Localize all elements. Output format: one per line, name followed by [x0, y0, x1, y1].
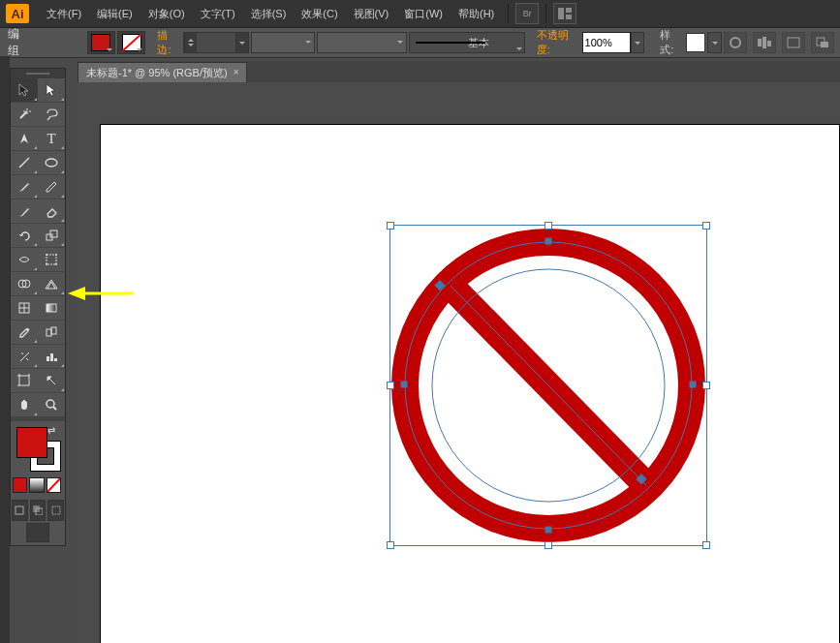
mesh-tool[interactable] — [11, 296, 38, 321]
menu-effect[interactable]: 效果(C) — [294, 0, 345, 27]
resize-handle-s[interactable] — [544, 541, 552, 549]
svg-rect-5 — [758, 39, 762, 46]
menu-file[interactable]: 文件(F) — [39, 0, 89, 27]
artboard-tool[interactable] — [11, 369, 38, 393]
svg-rect-33 — [16, 506, 23, 514]
graphic-style-swatch[interactable] — [686, 33, 705, 52]
stroke-swatch-dropdown[interactable] — [117, 31, 145, 54]
separator — [508, 4, 509, 23]
symbol-sprayer-tool[interactable] — [11, 345, 38, 369]
width-tool[interactable] — [11, 248, 38, 272]
swap-fill-stroke-icon[interactable]: ⇄ — [47, 425, 59, 437]
brush-tool[interactable] — [11, 175, 38, 199]
prohibition-sign-artwork[interactable] — [390, 226, 706, 545]
svg-rect-7 — [767, 41, 771, 46]
color-mode-solid[interactable] — [13, 477, 27, 493]
shape-builder-tool[interactable] — [11, 272, 38, 296]
menu-select[interactable]: 选择(S) — [243, 0, 295, 27]
type-tool[interactable]: T — [38, 127, 65, 151]
bridge-icon[interactable]: Br — [515, 3, 539, 24]
opacity-dropdown[interactable] — [631, 32, 645, 53]
stroke-weight-combo[interactable] — [183, 32, 249, 53]
panel-dock-edge — [0, 56, 10, 643]
canvas-stage[interactable] — [78, 82, 840, 643]
graphic-style-dropdown[interactable] — [707, 32, 722, 53]
brush-definition[interactable] — [317, 32, 407, 53]
resize-handle-nw[interactable] — [387, 222, 394, 230]
menu-object[interactable]: 对象(O) — [140, 0, 193, 27]
variable-width-profile[interactable] — [251, 32, 315, 53]
color-mode-gradient[interactable] — [29, 477, 44, 493]
document-tabs: 未标题-1* @ 95% (RGB/预览) × — [78, 61, 840, 82]
zoom-tool[interactable] — [38, 393, 65, 417]
resize-handle-sw[interactable] — [387, 541, 394, 549]
line-tool[interactable] — [11, 151, 38, 175]
svg-line-32 — [47, 478, 60, 492]
menu-type[interactable]: 文字(T) — [193, 0, 243, 27]
svg-rect-22 — [19, 303, 29, 313]
free-transform-tool[interactable] — [38, 248, 65, 272]
palette-grip[interactable] — [11, 69, 65, 78]
recolor-artwork-icon[interactable] — [724, 32, 747, 53]
svg-rect-10 — [821, 42, 828, 47]
direct-selection-tool[interactable] — [38, 78, 65, 103]
svg-point-16 — [46, 254, 47, 256]
menu-window[interactable]: 窗口(W) — [396, 0, 451, 27]
svg-point-20 — [18, 280, 26, 288]
draw-inside-icon[interactable] — [47, 500, 64, 521]
fill-indicator[interactable] — [16, 427, 47, 458]
blend-tool[interactable] — [38, 321, 65, 345]
stroke-style-combo[interactable]: 基本 — [409, 32, 525, 53]
menu-view[interactable]: 视图(V) — [346, 0, 397, 27]
scale-tool[interactable] — [38, 224, 65, 248]
hand-tool[interactable] — [11, 393, 38, 417]
perspective-grid-tool[interactable] — [38, 272, 65, 296]
stroke-weight-field[interactable] — [197, 37, 235, 48]
svg-rect-44 — [401, 382, 407, 387]
arrange-documents-icon[interactable] — [553, 3, 576, 24]
blob-brush-tool[interactable] — [11, 199, 38, 224]
pen-tool[interactable] — [11, 127, 38, 151]
opacity-field[interactable] — [582, 32, 631, 53]
svg-rect-6 — [762, 37, 766, 48]
align-panel-icon[interactable] — [753, 32, 776, 53]
eraser-tool[interactable] — [38, 199, 65, 224]
selection-bounding-box[interactable] — [389, 225, 707, 546]
resize-handle-ne[interactable] — [702, 222, 710, 230]
svg-rect-25 — [51, 327, 56, 334]
stroke-label: 描边: — [157, 28, 179, 57]
selection-tool[interactable] — [11, 78, 38, 103]
pencil-tool[interactable] — [38, 175, 65, 199]
svg-rect-36 — [52, 506, 60, 514]
draw-normal-icon[interactable] — [12, 500, 28, 521]
menu-help[interactable]: 帮助(H) — [451, 0, 502, 27]
close-tab-icon[interactable]: × — [233, 63, 239, 82]
magic-wand-tool[interactable] — [11, 103, 38, 127]
menu-edit[interactable]: 编辑(E) — [89, 0, 140, 27]
svg-rect-2 — [566, 15, 572, 19]
slice-tool[interactable] — [38, 369, 65, 393]
resize-handle-e[interactable] — [702, 382, 710, 389]
svg-rect-1 — [566, 8, 572, 13]
fill-swatch-dropdown[interactable] — [87, 31, 115, 54]
fill-stroke-indicator[interactable]: ⇄ — [11, 421, 65, 475]
resize-handle-w[interactable] — [387, 382, 394, 389]
resize-handle-se[interactable] — [702, 541, 710, 549]
transform-panel-icon[interactable] — [782, 32, 805, 53]
rotate-tool[interactable] — [11, 224, 38, 248]
column-graph-tool[interactable] — [38, 345, 65, 369]
eyedropper-tool[interactable] — [11, 321, 38, 345]
control-bar: 编组 描边: 基本 不透明度: 样式: — [0, 28, 840, 58]
screen-mode-icon[interactable] — [26, 523, 49, 542]
svg-rect-0 — [558, 8, 564, 19]
gradient-tool[interactable] — [38, 296, 65, 321]
color-mode-none[interactable] — [47, 477, 61, 493]
svg-line-41 — [451, 286, 646, 485]
resize-handle-n[interactable] — [544, 222, 552, 230]
document-tab[interactable]: 未标题-1* @ 95% (RGB/预览) × — [78, 62, 247, 82]
draw-behind-icon[interactable] — [30, 500, 47, 521]
isolate-group-icon[interactable] — [811, 32, 834, 53]
ellipse-tool[interactable] — [38, 151, 65, 175]
lasso-tool[interactable] — [38, 103, 65, 127]
svg-rect-26 — [47, 356, 49, 361]
